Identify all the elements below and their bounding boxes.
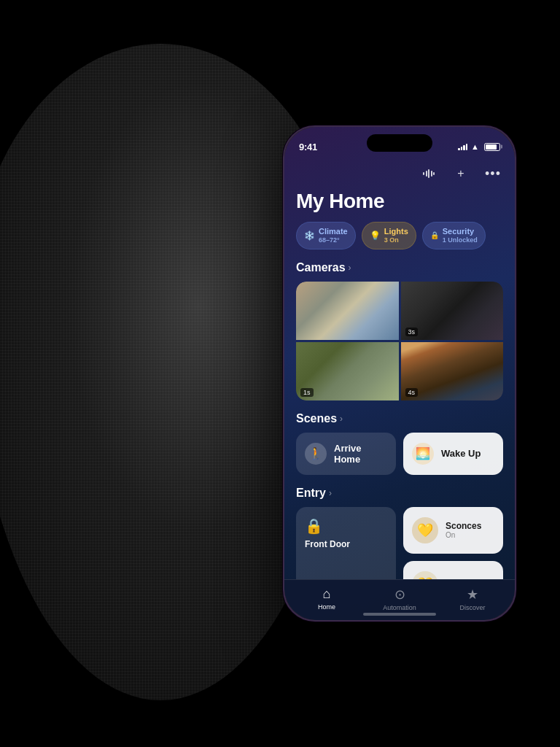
right-column: 💛 Sconces On 💛 Overhead [403,507,503,579]
home-tab-icon: ⌂ [323,587,331,602]
status-icons: ▲ [458,142,500,151]
camera-grid: 3s 1s 4s [296,282,503,400]
wake-up-scene[interactable]: 🌅 Wake Up [403,433,503,475]
scenes-section-header[interactable]: Scenes › [296,412,503,425]
discover-tab-icon: ★ [467,587,478,603]
automation-tab-icon: ⊙ [394,587,405,603]
cameras-chevron: › [349,263,351,273]
sconces-icon: 💛 [412,517,438,543]
iphone-screen: 9:41 ▲ [284,127,515,620]
scenes-chevron: › [340,414,343,424]
lights-pill[interactable]: 💡 Lights 3 On [362,222,416,249]
scenes-grid: 🚶 Arrive Home 🌅 Wake Up [296,433,503,475]
front-door-icon: 🔒 [305,517,387,535]
camera-2[interactable]: 3s [401,282,504,340]
security-icon: 🔒 [430,231,439,239]
climate-icon: ❄️ [304,231,315,241]
cam3-timestamp: 1s [300,388,314,397]
top-actions: + ••• [296,159,503,190]
signal-icon [458,143,467,150]
home-indicator [363,613,436,616]
cam4-timestamp: 4s [405,388,419,397]
page-title: My Home [296,190,503,213]
waveform-icon [423,168,435,179]
wifi-icon: ▲ [471,142,479,151]
lights-icon: 💡 [370,231,381,241]
tab-automation[interactable]: ⊙ Automation [363,587,436,614]
climate-pill[interactable]: ❄️ Climate 68–72° [296,222,356,249]
arrive-home-scene[interactable]: 🚶 Arrive Home [296,433,396,475]
sconces-card[interactable]: 💛 Sconces On [403,507,503,554]
overhead-icon: 💛 [412,571,438,579]
wake-up-icon: 🌅 [412,443,434,465]
status-time: 9:41 [299,142,317,152]
cam2-timestamp: 3s [405,328,419,336]
cameras-section-header[interactable]: Cameras › [296,261,503,274]
waveform-button[interactable] [419,163,439,184]
tab-home[interactable]: ⌂ Home [290,587,363,614]
main-content: + ••• My Home ❄️ Climate 68–72° [284,159,515,579]
arrive-home-icon: 🚶 [305,443,327,465]
camera-4[interactable]: 4s [401,342,504,400]
category-pills: ❄️ Climate 68–72° 💡 Lights 3 On [296,222,503,249]
add-button[interactable]: + [451,163,471,184]
battery-icon [484,143,500,151]
entry-chevron: › [329,488,332,498]
camera-1[interactable] [296,282,399,340]
dynamic-island [367,134,432,152]
tab-discover[interactable]: ★ Discover [436,587,509,614]
entry-grid: 🔒 Front Door 💛 Sconces On [296,507,503,579]
security-pill[interactable]: 🔒 Security 1 Unlocked [422,222,486,249]
overhead-card[interactable]: 💛 Overhead [403,561,503,579]
iphone-frame: 9:41 ▲ [283,125,516,622]
iphone-device: 9:41 ▲ [283,125,516,622]
camera-3[interactable]: 1s [296,342,399,400]
more-button[interactable]: ••• [483,163,503,184]
entry-section-header[interactable]: Entry › [296,487,503,500]
front-door-card[interactable]: 🔒 Front Door [296,507,396,579]
